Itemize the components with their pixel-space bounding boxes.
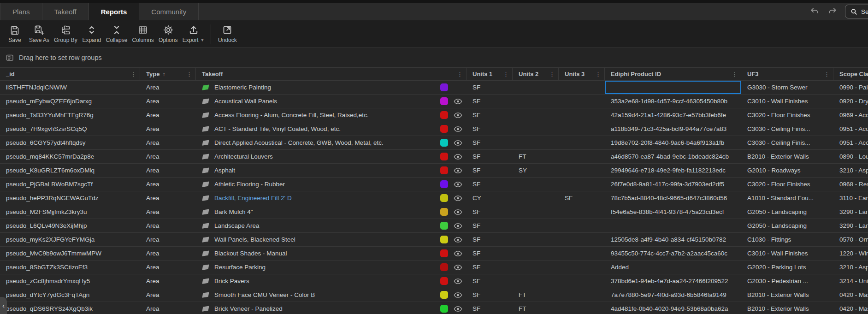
cell-product-id[interactable]: 19d8e702-20f8-4840-9ac6-b4a6f913a1fb: [605, 136, 741, 149]
save-as-button[interactable]: Save As: [27, 22, 52, 46]
cell-units3[interactable]: [559, 164, 605, 177]
cell-units2[interactable]: [513, 191, 559, 205]
column-header-units3[interactable]: Units 3 ⋮: [559, 68, 605, 80]
cell-units1[interactable]: SF: [466, 219, 513, 232]
cell-units1[interactable]: SF: [466, 136, 513, 149]
cell-units3[interactable]: [559, 205, 605, 219]
cell-scope-class[interactable]: 0969 - Acc: [833, 108, 868, 122]
visibility-eye-icon[interactable]: [454, 278, 463, 285]
cell-takeoff[interactable]: Elastomeric Painting: [196, 81, 466, 94]
column-header-takeoff[interactable]: Takeoff ⋮: [196, 68, 466, 80]
tab-community[interactable]: Community: [139, 3, 199, 20]
cell-scope-class[interactable]: 0420 - Mas: [833, 288, 868, 302]
cell-units2[interactable]: SY: [513, 164, 559, 177]
cell-scope-class[interactable]: 0420 - Mas: [833, 302, 868, 314]
cell-uf3[interactable]: C3020 - Floor Finishes: [741, 108, 833, 122]
cell-scope-class[interactable]: 0920 - Dryw: [833, 95, 868, 108]
cell-units2[interactable]: FT: [513, 302, 559, 314]
cell-scope-class[interactable]: 0890 - Louv: [833, 150, 868, 163]
takeoff-name[interactable]: Direct Applied Acoustical - Concrete, GW…: [214, 139, 384, 146]
cell-units1[interactable]: SF: [466, 164, 513, 177]
takeoff-name[interactable]: Resurface Parking: [214, 264, 266, 271]
cell-id[interactable]: pseudo_zGc8jhmsdrYmxqHy5: [0, 274, 140, 288]
color-swatch[interactable]: [440, 222, 448, 230]
takeoff-name[interactable]: Blackout Shades - Manual: [214, 250, 287, 257]
color-swatch[interactable]: [440, 83, 448, 91]
cell-product-id[interactable]: a46d8570-ea87-4bad-9ebc-1bdeadc824cb: [605, 150, 741, 163]
cell-takeoff[interactable]: Athletic Flooring - Rubber: [196, 178, 466, 191]
cell-takeoff[interactable]: Backfill, Engineered Fill 2' D: [196, 191, 466, 205]
cell-type[interactable]: Area: [140, 81, 196, 94]
cell-units3[interactable]: [559, 150, 605, 163]
takeoff-name[interactable]: Backfill, Engineered Fill 2' D: [214, 195, 292, 201]
cell-units3[interactable]: [559, 233, 605, 246]
takeoff-name[interactable]: Acoustical Wall Panels: [214, 98, 277, 105]
cell-uf3[interactable]: G2020 - Parking Lots: [741, 261, 833, 274]
cell-units1[interactable]: SF: [466, 274, 513, 288]
color-swatch[interactable]: [440, 180, 448, 188]
cell-units2[interactable]: [513, 233, 559, 246]
column-menu-icon[interactable]: ⋮: [824, 71, 830, 77]
undo-icon[interactable]: [809, 6, 820, 17]
column-header-units2[interactable]: Units 2 ⋮: [513, 68, 559, 80]
takeoff-name[interactable]: Smooth Face CMU Veneer - Color B: [214, 291, 315, 298]
cell-takeoff[interactable]: Architectural Louvers: [196, 150, 466, 163]
cell-product-id[interactable]: 7a7e7880-5e97-4f0d-a93d-6b5846fa9149: [605, 288, 741, 302]
column-header-type[interactable]: Type ↑ ⋮: [140, 68, 196, 80]
cell-units3[interactable]: [559, 108, 605, 122]
cell-scope-class[interactable]: 3290 - Land: [833, 205, 868, 219]
cell-takeoff[interactable]: ACT - Standard Tile, Vinyl Coated, Wood,…: [196, 122, 466, 136]
cell-uf3[interactable]: C3010 - Wall Finishes: [741, 95, 833, 108]
cell-units1[interactable]: SF: [466, 178, 513, 191]
group-by-button[interactable]: Group By: [52, 22, 80, 46]
cell-type[interactable]: Area: [140, 122, 196, 136]
column-header-uf3[interactable]: UF3 ⋮: [741, 68, 833, 80]
cell-id[interactable]: pseudo_7H9xgvfiSzsrSCq5Q: [0, 122, 140, 136]
visibility-eye-icon[interactable]: [454, 125, 463, 133]
color-swatch[interactable]: [440, 97, 448, 105]
cell-type[interactable]: Area: [140, 205, 196, 219]
cell-uf3[interactable]: B2010 - Exterior Walls: [741, 288, 833, 302]
cell-type[interactable]: Area: [140, 288, 196, 302]
visibility-eye-icon[interactable]: [454, 153, 463, 160]
tab-takeoff[interactable]: Takeoff: [42, 3, 89, 20]
takeoff-name[interactable]: Brick Veneer - Panelized: [214, 305, 283, 312]
column-menu-icon[interactable]: ⋮: [549, 71, 555, 77]
cell-product-id[interactable]: 26f7e0d8-9a81-417c-99fa-3d7903ed2df5: [605, 178, 741, 191]
export-button[interactable]: Export▼: [180, 22, 207, 46]
cell-units2[interactable]: [513, 219, 559, 232]
visibility-eye-icon[interactable]: [454, 208, 463, 216]
save-button[interactable]: Save: [3, 22, 27, 46]
cell-type[interactable]: Area: [140, 178, 196, 191]
cell-uf3[interactable]: B2010 - Exterior Walls: [741, 302, 833, 314]
cell-units1[interactable]: SF: [466, 81, 513, 94]
visibility-eye-icon[interactable]: [454, 139, 463, 147]
takeoff-name[interactable]: Bark Mulch 4": [214, 208, 253, 215]
cell-units2[interactable]: [513, 95, 559, 108]
cell-product-id[interactable]: 93455c50-774c-4cc7-a7b2-a2aac45ca60c: [605, 247, 741, 260]
cell-units2[interactable]: [513, 247, 559, 260]
takeoff-name[interactable]: Brick Pavers: [214, 278, 249, 284]
cell-product-id[interactable]: 42a159d4-21a1-4286-93c7-e57bb3feb6fe: [605, 108, 741, 122]
cell-scope-class[interactable]: 3110 - Earth: [833, 191, 868, 205]
cell-scope-class[interactable]: 3290 - Land: [833, 219, 868, 232]
cell-id[interactable]: pseudo_PjGBaLBWoBM7sgcTf: [0, 178, 140, 191]
cell-units1[interactable]: SF: [466, 150, 513, 163]
visibility-eye-icon[interactable]: [454, 236, 463, 243]
cell-units3[interactable]: [559, 219, 605, 232]
cell-id[interactable]: pseudo_qDS6SRYSz4XgQb3ik: [0, 302, 140, 314]
cell-scope-class[interactable]: 0990 - Pain: [833, 81, 868, 94]
color-swatch[interactable]: [440, 125, 448, 133]
cell-product-id[interactable]: Added: [605, 261, 741, 274]
color-swatch[interactable]: [440, 153, 448, 160]
color-swatch[interactable]: [440, 194, 448, 202]
column-menu-icon[interactable]: ⋮: [186, 71, 192, 77]
takeoff-name[interactable]: Wall Panels, Blackened Steel: [214, 236, 295, 243]
search-input[interactable]: Se: [845, 5, 868, 18]
cell-takeoff[interactable]: Blackout Shades - Manual: [196, 247, 466, 260]
takeoff-name[interactable]: Access Flooring - Alum, Concrete Fill, S…: [214, 112, 369, 118]
cell-units2[interactable]: FT: [513, 150, 559, 163]
takeoff-name[interactable]: Architectural Louvers: [214, 153, 273, 160]
cell-id[interactable]: pseudo_TsB3YYuMhFTFgR76g: [0, 108, 140, 122]
color-swatch[interactable]: [440, 277, 448, 285]
